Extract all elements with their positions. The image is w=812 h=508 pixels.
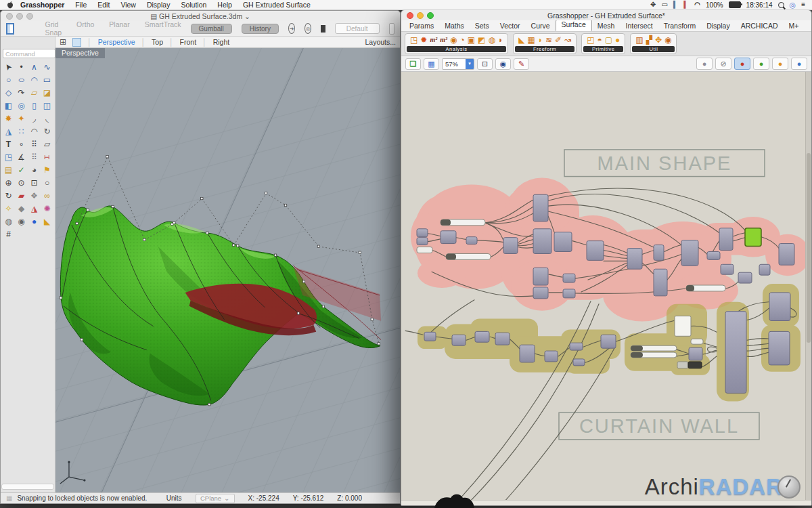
grasshopper-menu-item[interactable]: Params (404, 20, 439, 31)
loft-icon[interactable]: ◗ (538, 36, 543, 44)
analyze-tool[interactable]: ◕ (28, 164, 41, 176)
grid-dots-tool[interactable]: ⠿ (28, 151, 41, 163)
zoom-level-field[interactable]: 57% ▾ (442, 58, 474, 70)
grasshopper-canvas[interactable]: MAIN SHAPE CURTAIN WALL (401, 72, 811, 500)
notes-tool[interactable]: ▤ (2, 164, 15, 176)
canvas-scrollbar[interactable] (805, 72, 811, 500)
siri-icon[interactable]: ◎ (790, 1, 796, 9)
main-shape-group-blob[interactable] (411, 178, 810, 322)
display-icon[interactable]: ▭ (661, 1, 667, 8)
sphere-tool[interactable]: ◎ (15, 100, 28, 112)
viewport-tab[interactable]: Front (180, 38, 197, 46)
block-tool[interactable]: ▱ (41, 138, 53, 150)
pan-tool[interactable]: ▰ (15, 190, 28, 202)
app-switch-icon[interactable]: ✥ (650, 1, 656, 8)
explode-icon[interactable]: ✹ (420, 36, 427, 44)
ruled-surface-icon[interactable]: ≋ (545, 36, 552, 44)
viewport-title-tag[interactable]: Perspective (55, 48, 105, 58)
filter-icon[interactable]: ◎ (304, 23, 311, 34)
rhino-titlebar[interactable]: ▤ GH Extruded Surface.3dm ⌄ (1, 11, 400, 21)
apple-logo-icon[interactable] (7, 1, 14, 9)
notification-center-icon[interactable]: ≡ (801, 1, 805, 8)
chamfer-tool[interactable]: ◟ (41, 112, 53, 125)
four-viewports-icon[interactable]: ⊞ (60, 38, 66, 46)
grasshopper-menu-item[interactable]: ARCHICAD (736, 20, 784, 31)
beads-tool[interactable]: ∺ (41, 151, 53, 163)
solid-tool[interactable]: ◫ (41, 100, 53, 112)
cone-tool[interactable]: ◣ (41, 215, 53, 228)
grasshopper-menu-item[interactable]: Curve (526, 20, 556, 31)
layouts-button[interactable]: Layouts... (365, 38, 396, 46)
point-in-brep-icon[interactable]: ◉ (450, 36, 457, 44)
surface-tool[interactable]: ▱ (28, 87, 41, 99)
spotlight-icon[interactable] (778, 2, 784, 8)
palette-scrollbar[interactable] (1, 484, 54, 490)
points-tool[interactable]: ∷ (15, 125, 28, 137)
annotate-tool[interactable]: ∘ (15, 138, 28, 150)
zoom-stepper[interactable]: ▾ (466, 59, 474, 69)
zoom-dashed-tool[interactable]: ⊙ (15, 177, 28, 189)
grasshopper-menu-item[interactable]: Transform (658, 20, 701, 31)
cap-holes-icon[interactable]: ◉ (664, 36, 671, 44)
sweep-icon[interactable]: ◣ (518, 36, 524, 44)
grasshopper-menu-item[interactable]: Vector (495, 20, 526, 31)
single-viewport-icon[interactable] (72, 38, 81, 47)
primitive-panel-label[interactable]: Primitive (583, 46, 623, 52)
freeform-panel-label[interactable]: Freeform (515, 46, 574, 52)
revolve-tool[interactable]: ↻ (41, 125, 53, 137)
evaluate-surface-icon[interactable]: ◍ (488, 36, 495, 44)
array-tool[interactable]: ⠿ (28, 138, 41, 150)
zoom-extents-tool[interactable]: ⊕ (2, 177, 15, 189)
rotate-view-tool[interactable]: ↻ (2, 190, 15, 202)
color-wheel-tool[interactable]: ✺ (41, 203, 53, 215)
deconstruct-brep-icon[interactable]: ◔ (459, 36, 464, 44)
shade-tool[interactable]: ❖ (28, 190, 41, 202)
polygon-tool[interactable]: ◇ (2, 87, 15, 99)
layer-dropdown[interactable]: Default (335, 23, 380, 34)
polyline-tool[interactable]: ∧ (28, 61, 41, 73)
selected-component[interactable] (745, 228, 761, 247)
menubar-item[interactable]: File (70, 1, 92, 9)
flag-tool[interactable]: ⚑ (41, 164, 53, 176)
menubar-item[interactable]: Display (141, 1, 175, 9)
main-shape-label[interactable]: MAIN SHAPE (564, 150, 765, 177)
viewport-tab[interactable]: Right (213, 38, 230, 46)
grasshopper-menu-item[interactable]: Display (701, 20, 735, 31)
surface-cp-icon[interactable]: ◩ (478, 36, 485, 44)
check-tool[interactable]: ✓ (15, 164, 28, 176)
sphere-icon[interactable]: ◓ (597, 36, 602, 44)
gumball-button[interactable]: Gumball (191, 24, 232, 34)
grasshopper-menu-item[interactable]: Sets (470, 20, 495, 31)
panel-collapse-button[interactable] (389, 23, 394, 35)
zoom-tool[interactable]: ○ (41, 177, 53, 189)
network-surface-icon[interactable]: ▦ (527, 36, 535, 44)
menubar-item[interactable]: Grasshopper (15, 1, 70, 9)
box-corners-icon[interactable]: ◳ (410, 36, 418, 44)
volume-icon[interactable]: m³ (440, 37, 447, 43)
cylinder-icon[interactable]: ● (615, 36, 620, 44)
cplane-tool[interactable]: # (2, 228, 15, 240)
difference-tool[interactable]: ✦ (15, 112, 28, 125)
osnap-toggle[interactable]: Planar (109, 20, 129, 37)
freeform-tool[interactable]: ↷ (15, 87, 28, 99)
flip-icon[interactable]: ✥ (655, 36, 662, 44)
box3d-tool[interactable]: ◳ (2, 151, 15, 163)
record-history-icon[interactable]: ➜ (288, 23, 295, 34)
brep-edges-icon[interactable]: ▣ (468, 36, 475, 44)
menubar-item[interactable]: GH Extruded Surface (238, 1, 316, 9)
menubar-item[interactable]: View (115, 1, 141, 9)
text-tool[interactable]: T (2, 138, 15, 150)
grasshopper-titlebar[interactable]: Grasshopper - GH Extruded Surface* (401, 10, 811, 20)
command-input[interactable] (3, 49, 55, 58)
curtain-wall-label[interactable]: CURTAIN WALL (559, 412, 759, 440)
arc-tool[interactable]: ◠ (28, 74, 41, 86)
perspective-viewport[interactable]: Perspective (55, 48, 400, 492)
plane-surface-icon[interactable]: ▢ (605, 36, 612, 44)
visibility-tool[interactable]: ◮ (28, 203, 41, 215)
chevron-down-icon[interactable]: ⌄ (244, 12, 250, 20)
render-balls-tool[interactable]: ∞ (41, 190, 53, 202)
grasshopper-menu-item[interactable]: Mesh (592, 20, 621, 31)
isotrim-icon[interactable]: ▞ (646, 36, 652, 44)
circle-tool[interactable]: ○ (2, 74, 15, 86)
grasshopper-menu-item[interactable]: Maths (439, 20, 470, 31)
